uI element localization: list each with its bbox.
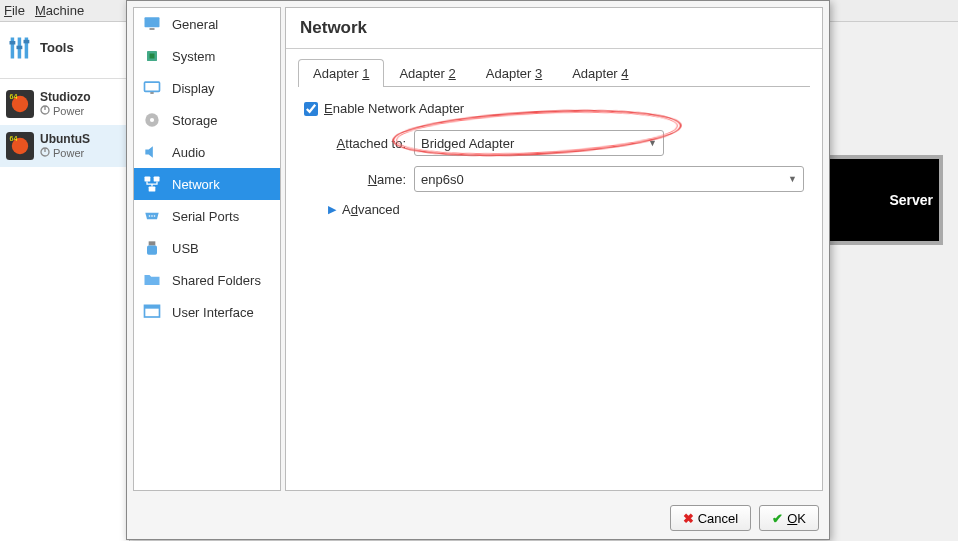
cat-serial[interactable]: Serial Ports: [134, 200, 280, 232]
cat-label: Network: [172, 177, 220, 192]
vm-os-icon: 64: [6, 132, 34, 160]
svg-rect-24: [145, 177, 151, 182]
tools-icon: [6, 34, 34, 62]
svg-text:64: 64: [10, 135, 18, 142]
attached-to-select[interactable]: Bridged Adapter ▼: [414, 130, 664, 156]
tab-adapter-2[interactable]: Adapter 2: [384, 59, 470, 87]
svg-point-27: [149, 215, 151, 217]
menu-machine[interactable]: Machine: [35, 3, 84, 18]
cat-label: User Interface: [172, 305, 254, 320]
cat-display[interactable]: Display: [134, 72, 280, 104]
disk-icon: [142, 110, 162, 130]
svg-rect-26: [149, 187, 156, 192]
vm-name: UbuntuS: [40, 132, 90, 146]
enable-adapter-checkbox[interactable]: [304, 102, 318, 116]
name-select[interactable]: enp6s0 ▼: [414, 166, 804, 192]
ok-icon: ✔: [772, 511, 783, 526]
settings-content: Network Adapter 1 Adapter 2 Adapter 3 Ad…: [285, 7, 823, 491]
adapter-tabs: Adapter 1 Adapter 2 Adapter 3 Adapter 4: [298, 59, 810, 87]
cat-network[interactable]: Network: [134, 168, 280, 200]
svg-rect-16: [145, 17, 160, 27]
panel-title: Network: [286, 8, 822, 49]
dropdown-icon: ▼: [788, 174, 797, 184]
svg-rect-31: [147, 246, 157, 255]
svg-rect-19: [150, 54, 155, 59]
cat-usb[interactable]: USB: [134, 232, 280, 264]
monitor-icon: [142, 14, 162, 34]
cat-label: Storage: [172, 113, 218, 128]
vm-item-1[interactable]: 64 UbuntuS Power: [0, 125, 129, 167]
cat-label: Display: [172, 81, 215, 96]
svg-rect-20: [145, 82, 160, 91]
vm-sidebar: Tools 64 Studiozo Power 64 UbuntuS Power: [0, 22, 130, 541]
svg-rect-3: [10, 41, 16, 45]
ok-label: OK: [787, 511, 806, 526]
cat-system[interactable]: System: [134, 40, 280, 72]
cat-audio[interactable]: Audio: [134, 136, 280, 168]
svg-rect-25: [154, 177, 160, 182]
tab-adapter-3[interactable]: Adapter 3: [471, 59, 557, 87]
cat-label: Shared Folders: [172, 273, 261, 288]
name-value: enp6s0: [421, 172, 464, 187]
cancel-label: Cancel: [698, 511, 738, 526]
svg-rect-5: [24, 40, 30, 44]
name-label: Name:: [304, 172, 414, 187]
enable-adapter-label[interactable]: Enable Network Adapter: [324, 101, 464, 116]
display-icon: [142, 78, 162, 98]
svg-rect-21: [150, 92, 153, 94]
svg-rect-33: [145, 305, 160, 308]
ok-button[interactable]: ✔ OK: [759, 505, 819, 531]
svg-rect-17: [150, 28, 155, 30]
svg-point-29: [154, 215, 156, 217]
vm-os-icon: 64: [6, 90, 34, 118]
vm-preview: Server: [823, 155, 943, 245]
dropdown-icon: ▼: [648, 138, 657, 148]
chip-icon: [142, 46, 162, 66]
dialog-button-row: ✖ Cancel ✔ OK: [127, 497, 829, 539]
cat-label: USB: [172, 241, 199, 256]
vm-status: Power: [40, 147, 90, 160]
cat-general[interactable]: General: [134, 8, 280, 40]
cat-shared[interactable]: Shared Folders: [134, 264, 280, 296]
svg-point-28: [151, 215, 153, 217]
cancel-button[interactable]: ✖ Cancel: [670, 505, 751, 531]
cat-ui[interactable]: User Interface: [134, 296, 280, 328]
serial-icon: [142, 206, 162, 226]
network-icon: [142, 174, 162, 194]
speaker-icon: [142, 142, 162, 162]
settings-category-list: General System Display Storage Audio Net…: [133, 7, 281, 491]
svg-text:64: 64: [10, 93, 18, 100]
expand-icon: ▶: [328, 203, 336, 216]
svg-rect-30: [149, 241, 156, 245]
cat-label: General: [172, 17, 218, 32]
vm-item-0[interactable]: 64 Studiozo Power: [0, 83, 129, 125]
menu-file[interactable]: File: [4, 3, 25, 18]
tab-adapter-4[interactable]: Adapter 4: [557, 59, 643, 87]
tools-item[interactable]: Tools: [0, 22, 129, 74]
svg-rect-0: [11, 38, 15, 59]
svg-rect-4: [17, 46, 23, 50]
tools-label: Tools: [40, 40, 74, 56]
cat-label: Serial Ports: [172, 209, 239, 224]
advanced-toggle[interactable]: ▶ Advanced: [328, 202, 804, 217]
usb-icon: [142, 238, 162, 258]
svg-point-23: [150, 118, 154, 122]
cancel-icon: ✖: [683, 511, 694, 526]
cat-label: System: [172, 49, 215, 64]
attached-to-label: Attached to:: [304, 136, 414, 151]
settings-dialog: General System Display Storage Audio Net…: [126, 0, 830, 540]
cat-storage[interactable]: Storage: [134, 104, 280, 136]
ui-icon: [142, 302, 162, 322]
tab-adapter-1[interactable]: Adapter 1: [298, 59, 384, 87]
folder-icon: [142, 270, 162, 290]
vm-name: Studiozo: [40, 90, 91, 104]
attached-to-value: Bridged Adapter: [421, 136, 514, 151]
cat-label: Audio: [172, 145, 205, 160]
vm-status: Power: [40, 105, 91, 118]
